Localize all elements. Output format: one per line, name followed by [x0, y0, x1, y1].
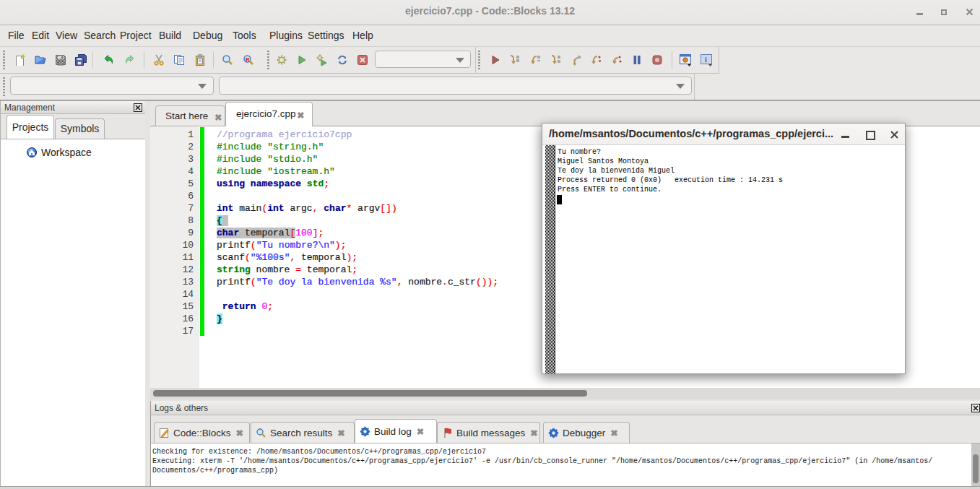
svg-text:i: i	[705, 56, 707, 64]
svg-text:R: R	[246, 56, 250, 63]
